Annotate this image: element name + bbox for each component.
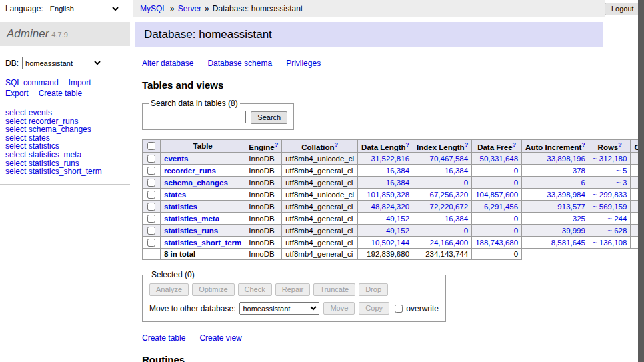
data-free-link-statistics[interactable]: 6,291,456 xyxy=(484,203,518,211)
language-select[interactable]: English xyxy=(47,3,121,15)
data-length-link-statistics-meta[interactable]: 49,152 xyxy=(386,215,409,223)
column-help-link[interactable]: ? xyxy=(618,141,622,148)
rows-count-link-recorder-runs[interactable]: ~ 5 xyxy=(616,167,627,175)
data-free-link-statistics-short-term[interactable]: 188,743,680 xyxy=(475,239,518,247)
alter-database-link[interactable]: Alter database xyxy=(142,59,193,68)
auto-increment-link-statistics-runs[interactable]: 39,999 xyxy=(562,227,585,235)
sidebar-select-statistics-short-term-link[interactable]: select xyxy=(5,167,26,176)
column-help-link[interactable]: ? xyxy=(513,141,517,148)
row-checkbox-recorder-runs[interactable] xyxy=(147,167,155,175)
overwrite-checkbox[interactable] xyxy=(395,305,403,313)
data-free-link-states[interactable]: 104,857,600 xyxy=(475,191,518,199)
table-name-link-states[interactable]: states xyxy=(164,191,186,199)
main-top-links: Alter databaseDatabase schemaPrivileges xyxy=(142,59,603,68)
data-free-link-schema-changes[interactable]: 0 xyxy=(514,179,518,187)
rows-count-link-states[interactable]: ~ 299,833 xyxy=(593,191,627,199)
scrollbar[interactable] xyxy=(638,0,644,362)
rows-count-link-statistics-runs[interactable]: ~ 628 xyxy=(607,227,627,235)
index-length-link-states[interactable]: 67,256,320 xyxy=(430,191,469,199)
breadcrumb-server[interactable]: Server xyxy=(178,4,201,13)
data-free-link-recorder-runs[interactable]: 0 xyxy=(514,167,518,175)
index-length-link-statistics-short-term[interactable]: 24,166,400 xyxy=(430,239,469,247)
move-db-select[interactable]: homeassistant xyxy=(239,302,319,315)
auto-increment-link-statistics-short-term[interactable]: 8,581,645 xyxy=(551,239,585,247)
copy-button[interactable]: Copy xyxy=(359,302,389,315)
row-checkbox-statistics-meta[interactable] xyxy=(147,215,155,223)
data-length-link-events[interactable]: 31,522,816 xyxy=(371,155,410,163)
data-length-link-statistics-runs[interactable]: 49,152 xyxy=(386,227,409,235)
analyze-button[interactable]: Analyze xyxy=(149,283,189,296)
create-table-link[interactable]: Create table xyxy=(142,333,185,343)
column-help-link[interactable]: ? xyxy=(465,141,469,148)
app-name[interactable]: Adminer xyxy=(7,27,49,40)
select-all-checkbox[interactable] xyxy=(147,142,155,150)
index-length-link-statistics-runs[interactable]: 0 xyxy=(464,227,468,235)
data-length-link-statistics-short-term[interactable]: 10,502,144 xyxy=(371,239,410,247)
data-length-link-schema-changes[interactable]: 16,384 xyxy=(386,179,409,187)
db-select[interactable]: homeassistant xyxy=(22,57,103,69)
auto-increment-link-statistics[interactable]: 913,577 xyxy=(557,203,585,211)
table-name-link-recorder-runs[interactable]: recorder_runs xyxy=(164,167,216,175)
rows-count-link-events[interactable]: ~ 312,180 xyxy=(593,155,627,163)
column-help-link[interactable]: ? xyxy=(334,141,338,148)
column-help-link[interactable]: ? xyxy=(275,141,279,148)
drop-button[interactable]: Drop xyxy=(359,283,388,296)
auto-increment-link-states[interactable]: 33,398,984 xyxy=(547,191,585,199)
database-schema-link[interactable]: Database schema xyxy=(207,59,272,68)
auto-increment-link-events[interactable]: 33,898,196 xyxy=(547,155,585,163)
sidebar-table-statistics-short-term-link[interactable]: statistics_short_term xyxy=(29,167,102,176)
optimize-button[interactable]: Optimize xyxy=(192,283,234,296)
breadcrumb-mysql[interactable]: MySQL xyxy=(140,4,167,13)
privileges-link[interactable]: Privileges xyxy=(286,59,321,68)
rows-count-link-statistics-short-term[interactable]: ~ 136,108 xyxy=(593,239,627,247)
auto-increment-link-recorder-runs[interactable]: 378 xyxy=(573,167,585,175)
index-length-link-schema-changes[interactable]: 0 xyxy=(464,179,468,187)
table-name-link-events[interactable]: events xyxy=(164,155,188,163)
row-checkbox-schema-changes[interactable] xyxy=(147,179,155,187)
data-length-link-states[interactable]: 101,859,328 xyxy=(367,191,409,199)
auto-increment-link-statistics-meta[interactable]: 325 xyxy=(573,215,585,223)
index-length-link-statistics[interactable]: 72,220,672 xyxy=(430,203,469,211)
total-check-cell xyxy=(143,249,161,260)
sidebar-action-import[interactable]: Import xyxy=(69,78,91,87)
search-input[interactable] xyxy=(149,111,246,123)
truncate-button[interactable]: Truncate xyxy=(313,283,355,296)
row-checkbox-statistics-short-term[interactable] xyxy=(147,239,155,247)
table-name-link-statistics-meta[interactable]: statistics_meta xyxy=(164,215,219,223)
rows-count-link-statistics-meta[interactable]: ~ 244 xyxy=(607,215,627,223)
table-row-statistics-short-term: statistics_short_termInnoDButf8mb4_gener… xyxy=(143,237,644,249)
sidebar-action-export[interactable]: Export xyxy=(5,89,29,98)
index-length-link-recorder-runs[interactable]: 16,384 xyxy=(445,167,468,175)
row-checkbox-statistics[interactable] xyxy=(147,203,155,211)
data-length-link-recorder-runs[interactable]: 16,384 xyxy=(386,167,409,175)
repair-button[interactable]: Repair xyxy=(275,283,310,296)
move-button[interactable]: Move xyxy=(323,302,355,315)
data-free-link-statistics-meta[interactable]: 0 xyxy=(514,215,518,223)
check-button[interactable]: Check xyxy=(238,283,272,296)
index-length-link-events[interactable]: 70,467,584 xyxy=(430,155,469,163)
logout-button[interactable]: Logout xyxy=(605,3,641,15)
engine-cell: InnoDB xyxy=(245,153,282,165)
data-free-link-statistics-runs[interactable]: 0 xyxy=(514,227,518,235)
row-checkbox-states[interactable] xyxy=(147,191,155,199)
engine-cell: InnoDB xyxy=(245,189,282,201)
create-view-link[interactable]: Create view xyxy=(199,333,241,343)
row-checkbox-statistics-runs[interactable] xyxy=(147,227,155,235)
search-button[interactable]: Search xyxy=(251,111,287,124)
table-name-link-schema-changes[interactable]: schema_changes xyxy=(164,179,228,187)
selected-fieldset: Selected (0) AnalyzeOptimizeCheckRepairT… xyxy=(142,270,446,322)
table-name-link-statistics[interactable]: statistics xyxy=(164,203,197,211)
index-length-link-statistics-meta[interactable]: 16,384 xyxy=(445,215,468,223)
data-free-link-events[interactable]: 50,331,648 xyxy=(480,155,519,163)
row-checkbox-events[interactable] xyxy=(147,155,155,163)
sidebar-action-sql-command[interactable]: SQL command xyxy=(5,78,59,87)
sidebar-action-create-table[interactable]: Create table xyxy=(39,89,82,98)
auto-increment-link-schema-changes[interactable]: 6 xyxy=(581,179,585,187)
column-help-link[interactable]: ? xyxy=(581,141,585,148)
table-name-link-statistics-runs[interactable]: statistics_runs xyxy=(164,227,218,235)
rows-count-link-schema-changes[interactable]: ~ 3 xyxy=(616,179,627,187)
rows-count-link-statistics[interactable]: ~ 569,159 xyxy=(593,203,627,211)
column-help-link[interactable]: ? xyxy=(406,141,410,148)
table-name-link-statistics-short-term[interactable]: statistics_short_term xyxy=(164,239,241,247)
data-length-link-statistics[interactable]: 48,824,320 xyxy=(371,203,410,211)
